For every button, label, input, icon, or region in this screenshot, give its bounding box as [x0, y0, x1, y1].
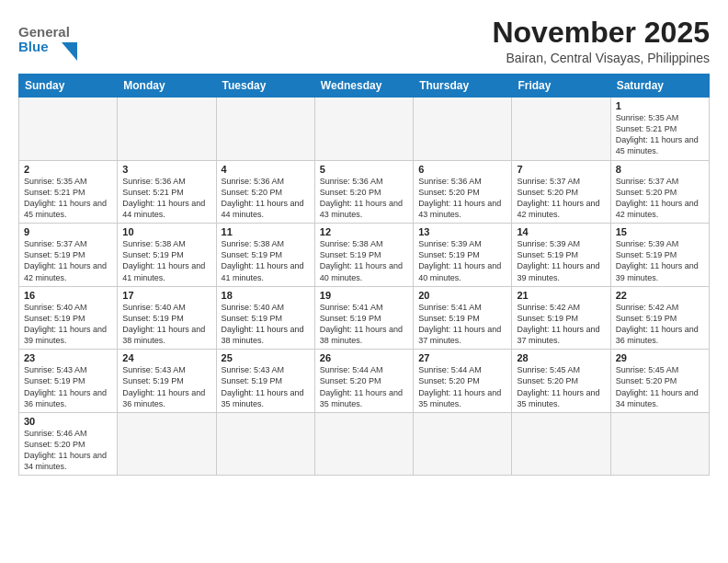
day-number: 25	[222, 352, 310, 363]
calendar-day: 17Sunrise: 5:40 AM Sunset: 5:19 PM Dayli…	[118, 286, 216, 350]
calendar-day: 16Sunrise: 5:40 AM Sunset: 5:19 PM Dayli…	[19, 286, 118, 350]
day-info: Sunrise: 5:41 AM Sunset: 5:19 PM Dayligh…	[320, 302, 408, 347]
day-number: 11	[222, 226, 310, 237]
day-info: Sunrise: 5:35 AM Sunset: 5:21 PM Dayligh…	[616, 112, 704, 157]
day-info: Sunrise: 5:38 AM Sunset: 5:19 PM Dayligh…	[320, 238, 408, 283]
day-info: Sunrise: 5:39 AM Sunset: 5:19 PM Dayligh…	[517, 238, 605, 283]
calendar-day	[118, 412, 216, 476]
day-info: Sunrise: 5:38 AM Sunset: 5:19 PM Dayligh…	[122, 238, 210, 283]
day-number: 27	[418, 352, 506, 363]
calendar-day: 26Sunrise: 5:44 AM Sunset: 5:20 PM Dayli…	[314, 350, 413, 413]
calendar-day	[512, 98, 610, 161]
calendar-day: 14Sunrise: 5:39 AM Sunset: 5:19 PM Dayli…	[512, 224, 610, 287]
day-info: Sunrise: 5:40 AM Sunset: 5:19 PM Dayligh…	[24, 302, 112, 347]
day-number: 26	[320, 352, 408, 363]
day-number: 9	[24, 226, 112, 237]
header-friday: Friday	[512, 75, 610, 98]
day-number: 12	[320, 226, 408, 237]
day-info: Sunrise: 5:45 AM Sunset: 5:20 PM Dayligh…	[517, 364, 605, 409]
day-number: 4	[222, 164, 310, 175]
calendar-day: 4Sunrise: 5:36 AM Sunset: 5:20 PM Daylig…	[216, 160, 314, 224]
calendar-day: 28Sunrise: 5:45 AM Sunset: 5:20 PM Dayli…	[512, 350, 610, 413]
day-info: Sunrise: 5:43 AM Sunset: 5:19 PM Dayligh…	[122, 364, 210, 409]
day-info: Sunrise: 5:41 AM Sunset: 5:19 PM Dayligh…	[418, 302, 506, 347]
calendar-day: 23Sunrise: 5:43 AM Sunset: 5:19 PM Dayli…	[19, 350, 118, 413]
page: General Blue November 2025 Bairan, Centr…	[0, 0, 728, 485]
calendar-day	[414, 412, 512, 476]
day-info: Sunrise: 5:42 AM Sunset: 5:19 PM Dayligh…	[616, 302, 704, 347]
calendar-week-row: 9Sunrise: 5:37 AM Sunset: 5:19 PM Daylig…	[19, 224, 710, 287]
day-number: 20	[418, 290, 506, 301]
day-info: Sunrise: 5:43 AM Sunset: 5:19 PM Dayligh…	[222, 364, 310, 409]
day-number: 19	[320, 290, 408, 301]
day-number: 22	[616, 290, 704, 301]
calendar-week-row: 2Sunrise: 5:35 AM Sunset: 5:21 PM Daylig…	[19, 160, 710, 224]
calendar-day: 9Sunrise: 5:37 AM Sunset: 5:19 PM Daylig…	[19, 224, 118, 287]
day-info: Sunrise: 5:37 AM Sunset: 5:20 PM Dayligh…	[517, 176, 605, 221]
day-info: Sunrise: 5:46 AM Sunset: 5:20 PM Dayligh…	[24, 428, 112, 473]
day-number: 6	[418, 164, 506, 175]
day-info: Sunrise: 5:36 AM Sunset: 5:20 PM Dayligh…	[418, 176, 506, 221]
calendar-day: 10Sunrise: 5:38 AM Sunset: 5:19 PM Dayli…	[118, 224, 216, 287]
day-info: Sunrise: 5:36 AM Sunset: 5:20 PM Dayligh…	[222, 176, 310, 221]
calendar-day: 20Sunrise: 5:41 AM Sunset: 5:19 PM Dayli…	[414, 286, 512, 350]
day-number: 23	[24, 352, 112, 363]
day-number: 28	[517, 352, 605, 363]
header-sunday: Sunday	[19, 75, 118, 98]
title-area: November 2025 Bairan, Central Visayas, P…	[492, 17, 710, 65]
day-info: Sunrise: 5:44 AM Sunset: 5:20 PM Dayligh…	[320, 364, 408, 409]
logo: General Blue	[18, 17, 92, 68]
day-info: Sunrise: 5:45 AM Sunset: 5:20 PM Dayligh…	[616, 364, 704, 409]
calendar-day: 13Sunrise: 5:39 AM Sunset: 5:19 PM Dayli…	[414, 224, 512, 287]
day-number: 10	[122, 226, 210, 237]
calendar-day: 6Sunrise: 5:36 AM Sunset: 5:20 PM Daylig…	[414, 160, 512, 224]
calendar-day	[610, 412, 709, 476]
day-number: 7	[517, 164, 605, 175]
day-number: 13	[418, 226, 506, 237]
header-monday: Monday	[118, 75, 216, 98]
location-title: Bairan, Central Visayas, Philippines	[492, 51, 710, 65]
calendar-day	[216, 412, 314, 476]
calendar-day: 25Sunrise: 5:43 AM Sunset: 5:19 PM Dayli…	[216, 350, 314, 413]
calendar-day: 15Sunrise: 5:39 AM Sunset: 5:19 PM Dayli…	[610, 224, 709, 287]
calendar-day: 8Sunrise: 5:37 AM Sunset: 5:20 PM Daylig…	[610, 160, 709, 224]
day-number: 18	[222, 290, 310, 301]
calendar-day: 22Sunrise: 5:42 AM Sunset: 5:19 PM Dayli…	[610, 286, 709, 350]
header-tuesday: Tuesday	[216, 75, 314, 98]
header: General Blue November 2025 Bairan, Centr…	[18, 17, 710, 68]
svg-text:Blue: Blue	[18, 39, 49, 54]
svg-marker-2	[62, 42, 77, 61]
day-number: 14	[517, 226, 605, 237]
day-info: Sunrise: 5:42 AM Sunset: 5:19 PM Dayligh…	[517, 302, 605, 347]
day-info: Sunrise: 5:40 AM Sunset: 5:19 PM Dayligh…	[122, 302, 210, 347]
weekday-header-row: Sunday Monday Tuesday Wednesday Thursday…	[19, 75, 710, 98]
day-info: Sunrise: 5:36 AM Sunset: 5:20 PM Dayligh…	[320, 176, 408, 221]
calendar-day: 30Sunrise: 5:46 AM Sunset: 5:20 PM Dayli…	[19, 412, 118, 476]
day-number: 21	[517, 290, 605, 301]
calendar-day	[414, 98, 512, 161]
calendar-day: 18Sunrise: 5:40 AM Sunset: 5:19 PM Dayli…	[216, 286, 314, 350]
calendar-day: 29Sunrise: 5:45 AM Sunset: 5:20 PM Dayli…	[610, 350, 709, 413]
day-info: Sunrise: 5:37 AM Sunset: 5:19 PM Dayligh…	[24, 238, 112, 283]
day-info: Sunrise: 5:38 AM Sunset: 5:19 PM Dayligh…	[222, 238, 310, 283]
calendar-day	[512, 412, 610, 476]
day-number: 29	[616, 352, 704, 363]
day-number: 17	[122, 290, 210, 301]
day-info: Sunrise: 5:44 AM Sunset: 5:20 PM Dayligh…	[418, 364, 506, 409]
day-number: 8	[616, 164, 704, 175]
day-info: Sunrise: 5:40 AM Sunset: 5:19 PM Dayligh…	[222, 302, 310, 347]
header-saturday: Saturday	[610, 75, 709, 98]
calendar-day: 19Sunrise: 5:41 AM Sunset: 5:19 PM Dayli…	[314, 286, 413, 350]
calendar-day: 1Sunrise: 5:35 AM Sunset: 5:21 PM Daylig…	[610, 98, 709, 161]
calendar-week-row: 1Sunrise: 5:35 AM Sunset: 5:21 PM Daylig…	[19, 98, 710, 161]
calendar-week-row: 30Sunrise: 5:46 AM Sunset: 5:20 PM Dayli…	[19, 412, 710, 476]
header-wednesday: Wednesday	[314, 75, 413, 98]
month-title: November 2025	[492, 17, 710, 49]
calendar-table: Sunday Monday Tuesday Wednesday Thursday…	[18, 74, 710, 476]
calendar-day: 12Sunrise: 5:38 AM Sunset: 5:19 PM Dayli…	[314, 224, 413, 287]
day-number: 3	[122, 164, 210, 175]
calendar-day	[314, 412, 413, 476]
calendar-day: 7Sunrise: 5:37 AM Sunset: 5:20 PM Daylig…	[512, 160, 610, 224]
day-number: 5	[320, 164, 408, 175]
calendar-day: 2Sunrise: 5:35 AM Sunset: 5:21 PM Daylig…	[19, 160, 118, 224]
